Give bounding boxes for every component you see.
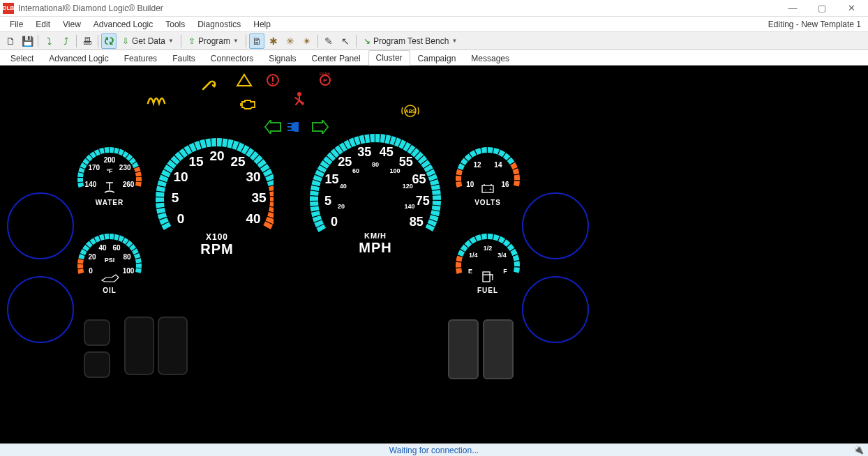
svg-text:30: 30 [246,169,260,184]
get-data-dropdown[interactable]: ⇩ Get Data ▼ [118,33,178,49]
svg-text:100: 100 [123,267,135,275]
svg-text:P: P [323,77,327,84]
window-controls: — ▢ ✕ [784,3,865,13]
tab-center-panel[interactable]: Center Panel [304,51,368,66]
switch-slot-3[interactable] [124,317,154,375]
tab-faults[interactable]: Faults [165,51,203,66]
tab-features[interactable]: Features [117,51,165,66]
tab-select[interactable]: Select [3,51,41,66]
seatbelt-icon [292,91,307,107]
svg-text:20: 20 [209,149,224,163]
refresh-button[interactable]: 🗘 [101,33,117,49]
voltmeter-gauge[interactable]: 10121416VOLTS-+ [452,141,523,215]
tab-messages[interactable]: Messages [463,51,517,66]
menu-diagnostics[interactable]: Diagnostics [192,18,246,31]
cursor-icon: ↖ [341,36,350,47]
cursor-button[interactable]: ↖ [338,33,353,49]
tab-advanced-logic[interactable]: Advanced Logic [41,51,116,66]
svg-text:MPH: MPH [359,240,391,255]
rocker-switch-1[interactable] [448,319,479,379]
new-button[interactable]: 🗋 [3,33,18,49]
svg-text:FUEL: FUEL [477,287,498,294]
minimize-button[interactable]: — [784,3,801,13]
svg-text:140: 140 [404,203,414,210]
close-button[interactable]: ✕ [843,3,860,13]
svg-text:60: 60 [112,244,121,252]
svg-text:5: 5 [324,194,331,208]
gauge-slot-3[interactable] [522,192,589,259]
menu-view[interactable]: View [57,18,87,31]
print-button[interactable]: 🖶 [80,33,95,49]
switch-slot-4[interactable] [158,317,188,375]
bug-icon: ✱ [269,36,278,47]
ptb-label: Program Test Bench [373,36,449,46]
tool-spark-button[interactable]: ✳ [283,33,298,49]
gauge-slot-1[interactable] [7,192,74,259]
print-icon: 🖶 [82,36,92,47]
svg-text:40: 40 [246,211,260,226]
tab-bar: Select Advanced Logic Features Faults Co… [0,50,868,66]
tab-connectors[interactable]: Connectors [203,51,261,66]
svg-text:140: 140 [85,181,97,188]
menu-tools[interactable]: Tools [160,18,190,31]
program-dropdown[interactable]: ⇧ Program ▼ [184,33,243,49]
gauge-slot-2[interactable] [7,276,74,343]
triangle-warning-icon [236,73,253,88]
chevron-down-icon: ▼ [233,38,239,44]
burst-icon: ✴ [303,36,311,47]
chevron-down-icon: ▼ [451,38,457,44]
menu-advanced-logic[interactable]: Advanced Logic [88,18,158,31]
svg-text:OIL: OIL [103,287,117,294]
svg-text:45: 45 [380,145,394,159]
svg-text:100: 100 [389,167,400,174]
water-temp-gauge[interactable]: 140170200230260WATER°F [74,141,145,215]
switch-slot-2[interactable] [84,351,110,378]
tachometer-gauge[interactable]: 0510152025303540RPMX100 [144,130,274,262]
menu-help[interactable]: Help [248,18,276,31]
getdata-label: Get Data [132,36,165,46]
doc-button[interactable]: 🗎 [249,33,264,49]
svg-text:1/2: 1/2 [484,245,493,252]
check-engine-icon [239,98,259,112]
svg-text:0: 0 [177,211,185,226]
svg-text:E: E [468,268,472,275]
svg-text:60: 60 [352,167,359,174]
svg-text:KM/H: KM/H [364,231,387,240]
svg-text:16: 16 [502,181,510,188]
tab-campaign[interactable]: Campaign [410,51,464,66]
svg-rect-43 [483,272,490,282]
app-icon: DLB [3,3,14,14]
svg-text:5: 5 [172,190,179,205]
fuel-gauge[interactable]: E1/41/23/4FFUEL [452,227,523,301]
menu-edit[interactable]: Edit [30,18,56,31]
svg-point-2 [272,83,274,84]
brush-button[interactable]: ✎ [321,33,336,49]
switch-slot-1[interactable] [84,319,110,346]
rocker-switch-2[interactable] [483,319,514,379]
tab-signals[interactable]: Signals [261,51,304,66]
svg-text:3/4: 3/4 [497,252,507,259]
program-test-bench-dropdown[interactable]: ↘ Program Test Bench ▼ [359,33,461,49]
menu-file[interactable]: File [4,18,29,31]
maximize-button[interactable]: ▢ [814,3,830,13]
svg-text:230: 230 [119,164,131,172]
brush-icon: ✎ [324,36,333,47]
status-text: Waiting for connection... [389,446,479,455]
window-title: International® Diamond Logic® Builder [18,3,163,13]
oil-pressure-gauge[interactable]: 020406080100OILPSI [74,227,145,301]
spark-icon: ✳ [286,36,294,47]
svg-text:40: 40 [98,244,107,252]
chevron-down-icon: ▼ [168,38,174,44]
tool-burst-button[interactable]: ✴ [299,33,315,49]
svg-text:14: 14 [494,161,502,169]
tool-bug-button[interactable]: ✱ [266,33,281,49]
tab-cluster[interactable]: Cluster [368,50,410,66]
svg-text:X100: X100 [206,232,228,242]
svg-text:20: 20 [338,203,345,210]
gauge-slot-4[interactable] [522,276,589,343]
send-to-button[interactable]: ⤴ [58,33,73,49]
open-from-button[interactable]: ⤵ [41,33,57,49]
svg-text:120: 120 [403,183,413,190]
save-button[interactable]: 💾 [20,33,35,49]
speedometer-gauge[interactable]: 05152535455565758520406080100120140MPHKM… [304,130,444,262]
